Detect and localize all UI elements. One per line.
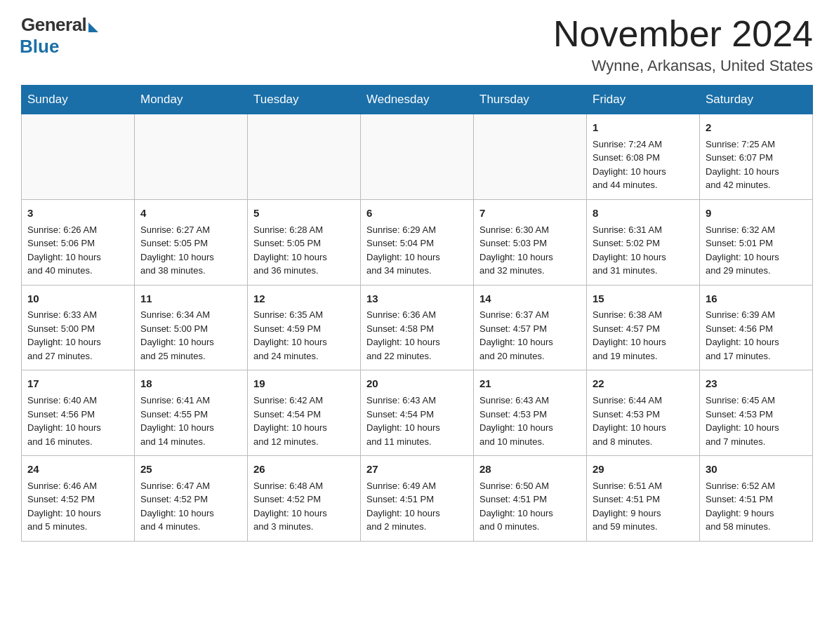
day-info: Sunrise: 6:52 AMSunset: 4:51 PMDaylight:…	[706, 479, 807, 534]
day-info: Sunrise: 6:38 AMSunset: 4:57 PMDaylight:…	[593, 308, 694, 363]
calendar-day-header: Saturday	[700, 86, 813, 114]
day-number: 23	[706, 376, 807, 391]
calendar-week-row: 10Sunrise: 6:33 AMSunset: 5:00 PMDayligh…	[22, 285, 813, 370]
calendar-cell: 17Sunrise: 6:40 AMSunset: 4:56 PMDayligh…	[22, 370, 135, 456]
calendar-cell: 21Sunrise: 6:43 AMSunset: 4:53 PMDayligh…	[474, 370, 587, 456]
day-number: 30	[706, 462, 807, 477]
day-info: Sunrise: 6:43 AMSunset: 4:54 PMDaylight:…	[366, 394, 468, 448]
day-number: 16	[706, 291, 807, 307]
calendar-cell: 19Sunrise: 6:42 AMSunset: 4:54 PMDayligh…	[248, 370, 361, 456]
calendar-cell: 26Sunrise: 6:48 AMSunset: 4:52 PMDayligh…	[248, 456, 361, 542]
day-info: Sunrise: 7:25 AMSunset: 6:07 PMDaylight:…	[706, 137, 807, 192]
day-number: 19	[253, 376, 355, 391]
day-number: 17	[27, 376, 128, 391]
calendar-cell: 12Sunrise: 6:35 AMSunset: 4:59 PMDayligh…	[248, 285, 361, 370]
logo-general-text: General	[21, 14, 86, 36]
day-info: Sunrise: 6:34 AMSunset: 5:00 PMDaylight:…	[140, 308, 241, 363]
calendar-week-row: 1Sunrise: 7:24 AMSunset: 6:08 PMDaylight…	[22, 114, 813, 200]
calendar-cell: 16Sunrise: 6:39 AMSunset: 4:56 PMDayligh…	[700, 285, 813, 370]
calendar-day-header: Sunday	[22, 86, 135, 114]
day-number: 22	[593, 376, 694, 391]
title-block: November 2024 Wynne, Arkansas, United St…	[553, 14, 813, 75]
logo-blue-text: Blue	[20, 36, 59, 58]
page-header: General Blue November 2024 Wynne, Arkans…	[21, 14, 813, 75]
calendar-cell: 7Sunrise: 6:30 AMSunset: 5:03 PMDaylight…	[474, 199, 587, 285]
day-number: 7	[479, 206, 581, 221]
calendar-cell: 8Sunrise: 6:31 AMSunset: 5:02 PMDaylight…	[587, 199, 700, 285]
calendar-cell: 2Sunrise: 7:25 AMSunset: 6:07 PMDaylight…	[700, 114, 813, 200]
calendar-cell: 29Sunrise: 6:51 AMSunset: 4:51 PMDayligh…	[587, 456, 700, 542]
day-number: 2	[706, 120, 807, 135]
calendar-cell: 23Sunrise: 6:45 AMSunset: 4:53 PMDayligh…	[700, 370, 813, 456]
day-info: Sunrise: 7:24 AMSunset: 6:08 PMDaylight:…	[593, 137, 694, 192]
calendar-week-row: 24Sunrise: 6:46 AMSunset: 4:52 PMDayligh…	[22, 456, 813, 542]
day-info: Sunrise: 6:29 AMSunset: 5:04 PMDaylight:…	[366, 223, 468, 278]
day-number: 21	[479, 376, 581, 391]
day-info: Sunrise: 6:35 AMSunset: 4:59 PMDaylight:…	[253, 308, 355, 363]
calendar-week-row: 3Sunrise: 6:26 AMSunset: 5:06 PMDaylight…	[22, 199, 813, 285]
day-info: Sunrise: 6:45 AMSunset: 4:53 PMDaylight:…	[706, 394, 807, 448]
day-number: 1	[593, 120, 694, 135]
calendar-cell: 15Sunrise: 6:38 AMSunset: 4:57 PMDayligh…	[587, 285, 700, 370]
calendar-cell: 24Sunrise: 6:46 AMSunset: 4:52 PMDayligh…	[22, 456, 135, 542]
day-info: Sunrise: 6:44 AMSunset: 4:53 PMDaylight:…	[593, 394, 694, 448]
calendar-cell: 11Sunrise: 6:34 AMSunset: 5:00 PMDayligh…	[135, 285, 248, 370]
day-info: Sunrise: 6:49 AMSunset: 4:51 PMDaylight:…	[366, 479, 468, 534]
day-info: Sunrise: 6:27 AMSunset: 5:05 PMDaylight:…	[140, 223, 241, 278]
day-info: Sunrise: 6:41 AMSunset: 4:55 PMDaylight:…	[140, 394, 241, 448]
calendar-cell: 14Sunrise: 6:37 AMSunset: 4:57 PMDayligh…	[474, 285, 587, 370]
day-number: 11	[140, 291, 241, 307]
calendar-day-header: Friday	[587, 86, 700, 114]
calendar-cell: 25Sunrise: 6:47 AMSunset: 4:52 PMDayligh…	[135, 456, 248, 542]
day-number: 18	[140, 376, 241, 391]
calendar-cell: 1Sunrise: 7:24 AMSunset: 6:08 PMDaylight…	[587, 114, 700, 200]
calendar-cell: 5Sunrise: 6:28 AMSunset: 5:05 PMDaylight…	[248, 199, 361, 285]
calendar-cell	[135, 114, 248, 200]
day-info: Sunrise: 6:50 AMSunset: 4:51 PMDaylight:…	[479, 479, 581, 534]
day-number: 8	[593, 206, 694, 221]
calendar-day-header: Monday	[135, 86, 248, 114]
day-number: 28	[479, 462, 581, 477]
calendar-cell	[22, 114, 135, 200]
day-number: 4	[140, 206, 241, 221]
calendar-cell: 18Sunrise: 6:41 AMSunset: 4:55 PMDayligh…	[135, 370, 248, 456]
day-number: 9	[706, 206, 807, 221]
day-info: Sunrise: 6:32 AMSunset: 5:01 PMDaylight:…	[706, 223, 807, 278]
day-number: 25	[140, 462, 241, 477]
calendar-cell: 3Sunrise: 6:26 AMSunset: 5:06 PMDaylight…	[22, 199, 135, 285]
calendar-cell	[474, 114, 587, 200]
day-info: Sunrise: 6:28 AMSunset: 5:05 PMDaylight:…	[253, 223, 355, 278]
location-title: Wynne, Arkansas, United States	[553, 57, 813, 75]
calendar-cell: 27Sunrise: 6:49 AMSunset: 4:51 PMDayligh…	[361, 456, 474, 542]
calendar-table: SundayMondayTuesdayWednesdayThursdayFrid…	[21, 85, 813, 542]
calendar-cell: 20Sunrise: 6:43 AMSunset: 4:54 PMDayligh…	[361, 370, 474, 456]
day-number: 29	[593, 462, 694, 477]
day-info: Sunrise: 6:40 AMSunset: 4:56 PMDaylight:…	[27, 394, 128, 448]
day-number: 14	[479, 291, 581, 307]
day-number: 13	[366, 291, 468, 307]
day-number: 26	[253, 462, 355, 477]
calendar-cell: 30Sunrise: 6:52 AMSunset: 4:51 PMDayligh…	[700, 456, 813, 542]
day-number: 20	[366, 376, 468, 391]
calendar-day-header: Wednesday	[361, 86, 474, 114]
day-info: Sunrise: 6:43 AMSunset: 4:53 PMDaylight:…	[479, 394, 581, 448]
calendar-day-header: Tuesday	[248, 86, 361, 114]
day-number: 12	[253, 291, 355, 307]
day-info: Sunrise: 6:37 AMSunset: 4:57 PMDaylight:…	[479, 308, 581, 363]
calendar-cell: 9Sunrise: 6:32 AMSunset: 5:01 PMDaylight…	[700, 199, 813, 285]
calendar-cell: 10Sunrise: 6:33 AMSunset: 5:00 PMDayligh…	[22, 285, 135, 370]
day-number: 15	[593, 291, 694, 307]
day-info: Sunrise: 6:26 AMSunset: 5:06 PMDaylight:…	[27, 223, 128, 278]
day-info: Sunrise: 6:51 AMSunset: 4:51 PMDaylight:…	[593, 479, 694, 534]
day-number: 10	[27, 291, 128, 307]
day-info: Sunrise: 6:30 AMSunset: 5:03 PMDaylight:…	[479, 223, 581, 278]
calendar-cell: 22Sunrise: 6:44 AMSunset: 4:53 PMDayligh…	[587, 370, 700, 456]
calendar-header-row: SundayMondayTuesdayWednesdayThursdayFrid…	[22, 86, 813, 114]
day-info: Sunrise: 6:31 AMSunset: 5:02 PMDaylight:…	[593, 223, 694, 278]
calendar-cell: 4Sunrise: 6:27 AMSunset: 5:05 PMDaylight…	[135, 199, 248, 285]
day-info: Sunrise: 6:42 AMSunset: 4:54 PMDaylight:…	[253, 394, 355, 448]
calendar-cell	[361, 114, 474, 200]
calendar-cell: 6Sunrise: 6:29 AMSunset: 5:04 PMDaylight…	[361, 199, 474, 285]
day-number: 3	[27, 206, 128, 221]
month-title: November 2024	[553, 14, 813, 54]
